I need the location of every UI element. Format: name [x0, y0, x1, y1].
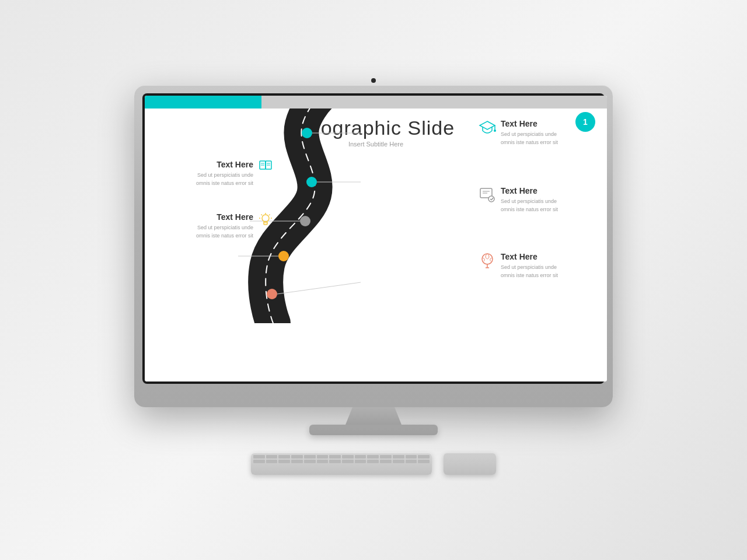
certificate-icon: [479, 186, 496, 204]
svg-point-31: [488, 196, 494, 202]
slide-number-badge: 1: [575, 112, 595, 132]
key: [355, 460, 366, 463]
key: [342, 455, 354, 459]
svg-line-20: [269, 215, 270, 216]
left-block-2-desc: Sed ut perspiciatis unde omnis iste natu…: [196, 224, 253, 240]
key: [317, 455, 329, 459]
monitor-bezel: 1 Infographic Slide Insert Subtitle Here: [142, 93, 605, 384]
monitor-stand-base: [309, 425, 438, 435]
key: [418, 460, 430, 463]
key: [253, 455, 265, 459]
key: [367, 455, 379, 459]
svg-marker-25: [480, 121, 495, 130]
svg-point-0: [302, 128, 312, 138]
key: [393, 460, 404, 463]
key: [291, 455, 303, 459]
svg-line-7: [277, 282, 361, 294]
key: [304, 460, 316, 463]
key: [278, 460, 290, 463]
road-svg: [174, 96, 419, 323]
monitor: 1 Infographic Slide Insert Subtitle Here: [134, 85, 613, 435]
screen: 1 Infographic Slide Insert Subtitle Here: [145, 96, 607, 382]
key: [329, 460, 341, 463]
right-block-2-title: Text Here: [501, 186, 558, 195]
keyboard-area: [251, 453, 496, 475]
monitor-stand-neck: [338, 407, 409, 425]
slide-number: 1: [583, 117, 588, 127]
scene: 1 Infographic Slide Insert Subtitle Here: [134, 85, 613, 475]
key: [380, 455, 392, 459]
key: [291, 460, 303, 463]
key: [418, 455, 430, 459]
key: [406, 460, 417, 463]
key: [393, 455, 404, 459]
right-block-2-desc: Sed ut perspiciatis unde omnis iste natu…: [501, 198, 558, 214]
right-block-3: Text Here Sed ut perspiciatis unde omnis…: [479, 252, 601, 279]
svg-point-2: [300, 216, 310, 226]
key: [355, 455, 366, 459]
graduation-icon: [479, 119, 496, 136]
right-block-1-title: Text Here: [501, 119, 558, 128]
right-block-3-title: Text Here: [501, 252, 558, 261]
right-block-2: Text Here Sed ut perspiciatis unde omnis…: [479, 186, 601, 214]
monitor-outer: 1 Infographic Slide Insert Subtitle Here: [134, 85, 613, 407]
left-block-2: Text Here Sed ut perspiciatis unde omnis…: [156, 212, 273, 240]
key: [329, 455, 341, 459]
svg-point-3: [278, 251, 289, 261]
brain-icon: [479, 252, 496, 270]
key: [304, 455, 316, 459]
keyboard[interactable]: [251, 453, 432, 475]
top-bar: [145, 96, 607, 108]
key: [278, 455, 290, 459]
key: [342, 460, 354, 463]
key: [253, 460, 265, 463]
right-block-1-desc: Sed ut perspiciatis unde omnis iste natu…: [501, 131, 558, 146]
bulb-icon: [258, 212, 273, 228]
book-icon: [258, 160, 273, 175]
keyboard-keys: [251, 453, 432, 466]
key: [380, 460, 392, 463]
top-bar-teal: [145, 96, 261, 108]
left-block-1-desc: Sed ut perspiciatis unde omnis iste natu…: [196, 172, 253, 187]
key: [317, 460, 329, 463]
key: [266, 455, 278, 459]
left-block-1: Text Here Sed ut perspiciatis unde omnis…: [156, 160, 273, 187]
top-bar-gray: [261, 96, 607, 108]
svg-point-27: [494, 130, 496, 132]
svg-point-4: [267, 289, 277, 299]
key: [266, 460, 278, 463]
svg-line-19: [261, 215, 263, 216]
left-block-2-title: Text Here: [196, 212, 253, 222]
slide-content: 1 Infographic Slide Insert Subtitle Here: [145, 96, 607, 382]
trackpad[interactable]: [444, 453, 496, 475]
svg-point-17: [262, 215, 269, 222]
key: [406, 455, 417, 459]
right-block-3-desc: Sed ut perspiciatis unde omnis iste natu…: [501, 264, 558, 279]
key: [367, 460, 379, 463]
camera: [371, 78, 376, 83]
left-block-1-title: Text Here: [196, 160, 253, 169]
svg-point-1: [306, 177, 317, 187]
